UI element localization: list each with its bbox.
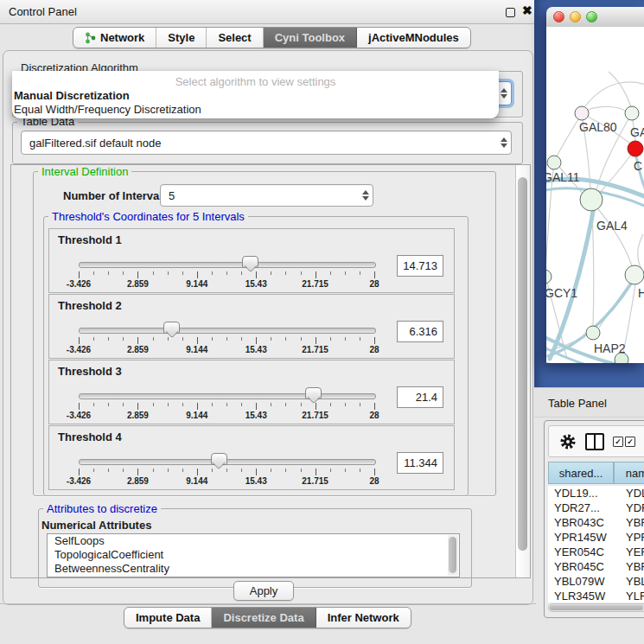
tick-label: 2.859 — [127, 345, 149, 354]
tab-jactivemnodules[interactable]: jActiveMNodules — [357, 28, 470, 48]
tick-label: 15.43 — [245, 476, 267, 486]
table-cell[interactable]: YBL079W — [620, 574, 644, 589]
tab-discretize-data[interactable]: Discretize Data — [212, 608, 316, 628]
threshold-3-slider[interactable] — [79, 393, 376, 399]
tick-label: -3.426 — [67, 345, 91, 354]
tab-impute-data-label: Impute Data — [136, 611, 200, 624]
threshold-1-value-field[interactable]: 14.713 — [397, 255, 443, 277]
network-node-gal11[interactable] — [547, 156, 561, 169]
popup-option-equal-width-frequency[interactable]: Equal Width/Frequency Discretization — [14, 103, 201, 116]
table-cell[interactable]: YLR345W — [620, 589, 644, 603]
network-node-gcy1[interactable] — [546, 270, 552, 284]
tick-mark — [212, 469, 213, 472]
network-window-titlebar[interactable] — [546, 7, 644, 28]
attributes-group-label: Attributes to discretize — [43, 503, 161, 514]
tab-select[interactable]: Select — [207, 28, 263, 48]
table-row[interactable]: YDR27...YDR27... — [548, 501, 644, 515]
threshold-1-slider[interactable] — [79, 262, 376, 268]
settings-scrollbar[interactable] — [515, 165, 530, 577]
tick-mark — [123, 403, 124, 406]
threshold-2-value-field[interactable]: 6.316 — [397, 321, 443, 342]
attributes-list-scrollbar[interactable] — [448, 535, 458, 576]
attribute-list-item[interactable]: TopologicalCoefficient — [48, 548, 459, 562]
network-node-ga[interactable] — [625, 106, 639, 120]
column-selector-icon[interactable] — [585, 433, 604, 450]
table-data-combobox-value: galFiltered.sif default node — [22, 137, 497, 150]
table-row[interactable]: YBL079WYBL079W — [548, 574, 644, 589]
table-row[interactable]: YDL19...YDL19... — [548, 486, 644, 501]
threshold-4-value-field[interactable]: 11.344 — [397, 452, 443, 474]
column-header-shared-name[interactable]: shared... — [548, 462, 614, 484]
zoom-traffic-light-icon[interactable] — [586, 11, 597, 22]
column-header-name[interactable]: name — [614, 462, 644, 484]
minimize-traffic-light-icon[interactable] — [570, 11, 581, 22]
network-node-gal80[interactable] — [575, 106, 589, 120]
slider-thumb[interactable] — [211, 453, 227, 465]
network-view-window: GAL80GACGAL11GAL4GCY1HHAP2 — [546, 7, 644, 363]
slider-thumb[interactable] — [305, 387, 322, 399]
tab-impute-data[interactable]: Impute Data — [124, 608, 212, 628]
table-cell[interactable]: YER054C — [548, 545, 620, 559]
network-canvas[interactable]: GAL80GACGAL11GAL4GCY1HHAP2 — [546, 27, 644, 363]
attributes-list-scrollbar-thumb[interactable] — [449, 537, 456, 573]
network-node-hap2[interactable] — [586, 326, 600, 340]
tick-mark — [123, 337, 124, 341]
table-cell[interactable]: YDR27... — [548, 501, 620, 515]
table-cell[interactable]: YER054C — [620, 545, 644, 559]
table-cell[interactable]: YBR043C — [548, 515, 620, 530]
table-cell[interactable]: YBR045C — [548, 559, 620, 574]
application-window: Control Panel ✖ Network Style Select Cyn… — [0, 0, 644, 644]
attribute-list-item[interactable]: BetweennessCentrality — [48, 562, 459, 576]
table-cell[interactable]: YBR045C — [620, 559, 644, 574]
table-row[interactable]: YLR345WYLR345W — [548, 589, 644, 603]
table-row[interactable]: YER054CYER054C — [548, 545, 644, 559]
threshold-3-value-field[interactable]: 21.4 — [397, 386, 443, 408]
popup-option-manual-discretization[interactable]: Manual Discretization — [14, 89, 130, 102]
table-horizontal-scrollbar[interactable] — [548, 603, 644, 612]
tab-cyni-toolbox[interactable]: Cyni Toolbox — [264, 28, 357, 48]
table-cell[interactable]: YPR145W — [620, 530, 644, 545]
table-body[interactable]: YDL19...YDL19...YDR27...YDR27...YBR043CY… — [548, 486, 644, 603]
table-data-combobox[interactable]: galFiltered.sif default node — [21, 131, 512, 155]
table-cell[interactable]: YDL19... — [548, 486, 620, 501]
table-cell[interactable]: YBL079W — [548, 574, 620, 589]
number-of-intervals-combobox[interactable]: 5 — [160, 184, 373, 207]
gear-icon[interactable] — [559, 433, 577, 450]
threshold-4-panel: Threshold 4 -3.4262.8599.14415.4321.7152… — [48, 425, 455, 490]
table-cell[interactable]: YBR043C — [620, 515, 644, 530]
network-node-gal4[interactable] — [580, 188, 603, 211]
close-icon[interactable]: ✖ — [522, 3, 532, 17]
threshold-4-slider[interactable] — [79, 459, 376, 465]
tab-network[interactable]: Network — [73, 28, 156, 48]
tab-network-label: Network — [100, 31, 144, 44]
numerical-attributes-list[interactable]: SelfLoopsTopologicalCoefficientBetweenne… — [47, 533, 460, 577]
table-cell[interactable]: YPR145W — [548, 530, 620, 545]
checkbox-checked-icon[interactable]: ✓ — [613, 437, 623, 447]
table-row[interactable]: YBR043CYBR043C — [548, 515, 644, 530]
network-node[interactable] — [615, 353, 628, 363]
slider-tick-labels: -3.4262.8599.14415.4321.71528 — [79, 476, 374, 486]
slider-thumb[interactable] — [163, 322, 180, 334]
table-horizontal-scrollbar-thumb[interactable] — [550, 605, 643, 610]
attribute-list-item[interactable]: SelfLoops — [48, 534, 459, 548]
network-node-c[interactable] — [628, 141, 643, 156]
tab-style[interactable]: Style — [156, 28, 207, 48]
tick-label: 9.144 — [186, 476, 207, 486]
close-traffic-light-icon[interactable] — [553, 11, 564, 22]
table-cell[interactable]: YLR345W — [548, 589, 620, 603]
float-window-icon[interactable] — [506, 8, 515, 17]
slider-thumb[interactable] — [242, 256, 258, 268]
tab-infer-network[interactable]: Infer Network — [316, 608, 411, 628]
select-all-none-icons[interactable]: ✓ ✓ — [613, 437, 635, 447]
table-row[interactable]: YBR045CYBR045C — [548, 559, 644, 574]
table-cell[interactable]: YDR27... — [620, 501, 644, 515]
table-cell[interactable]: YDL19... — [620, 486, 644, 501]
tick-label: 2.859 — [127, 279, 149, 289]
checkbox-checked-icon[interactable]: ✓ — [625, 437, 635, 447]
threshold-2-slider[interactable] — [79, 328, 376, 334]
table-row[interactable]: YPR145WYPR145W — [548, 530, 644, 545]
settings-scrollbar-thumb[interactable] — [518, 177, 527, 551]
apply-button[interactable]: Apply — [233, 581, 294, 601]
network-node-h[interactable] — [625, 265, 644, 284]
tick-mark — [330, 469, 331, 472]
